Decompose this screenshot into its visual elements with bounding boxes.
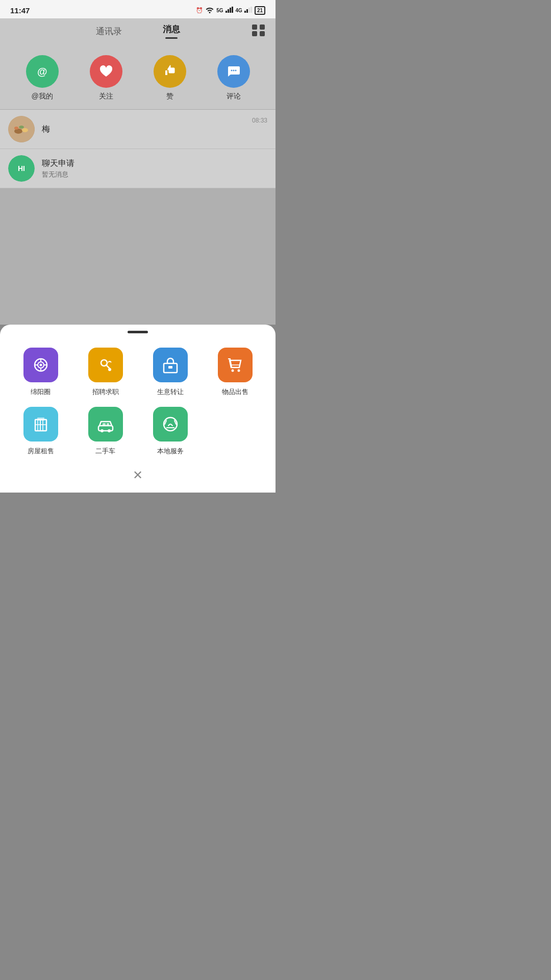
avatar-food-img (8, 116, 35, 142)
icon-business (153, 348, 188, 382)
svg-point-30 (231, 370, 234, 372)
notif-comment-label: 评论 (227, 92, 241, 101)
signal-bars-2 (244, 7, 253, 14)
grid-item-house[interactable]: 房屋租售 (8, 407, 73, 456)
notif-follow[interactable]: + 关注 (90, 55, 122, 101)
svg-point-17 (14, 127, 18, 130)
svg-rect-5 (246, 9, 248, 13)
grid-item-business[interactable]: 生意转让 (138, 348, 203, 397)
label-house: 房屋租售 (28, 447, 54, 456)
bottom-sheet: 绵阳圈 招聘求职 生意转让 (0, 325, 276, 493)
svg-text:+: + (108, 65, 111, 71)
message-list: 梅 08:33 HI 聊天申请 暂无消息 (0, 110, 276, 188)
bottom-sheet-handle[interactable] (128, 331, 148, 333)
icon-goods (218, 348, 253, 382)
svg-rect-6 (248, 8, 250, 13)
battery-icon: 21 (255, 6, 265, 15)
network-4g: 4G (236, 8, 242, 13)
icon-mianyang-circle (23, 348, 58, 382)
icon-house (23, 407, 58, 442)
tab-contacts[interactable]: 通讯录 (96, 26, 122, 41)
label-goods: 物品出售 (222, 387, 248, 397)
svg-rect-7 (251, 7, 252, 13)
grid-item-goods[interactable]: 物品出售 (203, 348, 267, 397)
svg-rect-4 (244, 11, 246, 13)
grid-item-job[interactable]: 招聘求职 (73, 348, 138, 397)
grid-item-local-service[interactable]: 本地服务 (138, 407, 203, 456)
label-mianyang-circle: 绵阳圈 (31, 387, 51, 397)
avatar-mei (8, 116, 35, 142)
message-item-mei[interactable]: 梅 08:33 (0, 110, 276, 149)
avatar-hi-icon: HI (8, 155, 35, 182)
notif-follow-label: 关注 (99, 92, 113, 101)
message-item-chat-request[interactable]: HI 聊天申请 暂无消息 (0, 149, 276, 188)
network-5g: 5G (216, 8, 223, 13)
svg-point-13 (8, 116, 35, 142)
label-business: 生意转让 (157, 387, 184, 397)
svg-rect-37 (37, 418, 44, 421)
status-time: 11:47 (10, 6, 30, 15)
svg-rect-35 (40, 420, 43, 431)
svg-point-40 (108, 429, 111, 432)
icon-local-service (153, 407, 188, 442)
close-icon: ✕ (133, 468, 143, 482)
status-icons: ⏰ 5G 4G 21 (196, 6, 265, 15)
msg-name-chat-request: 聊天申请 (42, 158, 267, 169)
msg-content-chat-request: 聊天申请 暂无消息 (42, 158, 267, 179)
notif-comment[interactable]: 评论 (217, 55, 250, 101)
svg-rect-0 (226, 11, 227, 13)
status-bar: 11:47 ⏰ 5G 4G 21 (0, 0, 276, 18)
msg-time-mei: 08:33 (252, 117, 267, 124)
svg-point-39 (101, 429, 104, 432)
svg-rect-2 (230, 8, 231, 13)
svg-rect-29 (168, 366, 172, 369)
tab-nav: 通讯录 消息 (0, 18, 276, 43)
svg-rect-42 (107, 423, 109, 426)
icon-job (88, 348, 123, 382)
svg-rect-3 (232, 7, 233, 13)
label-local-service: 本地服务 (157, 447, 184, 456)
svg-point-11 (233, 70, 234, 71)
svg-point-31 (237, 370, 240, 372)
svg-point-20 (39, 364, 42, 366)
signal-bars-1 (226, 7, 234, 14)
grid-menu: 绵阳圈 招聘求职 生意转让 (0, 348, 276, 456)
avatar-chat-request: HI (8, 155, 35, 182)
msg-preview-chat-request: 暂无消息 (42, 170, 267, 179)
svg-point-15 (22, 128, 28, 132)
svg-point-12 (235, 70, 236, 71)
label-job: 招聘求职 (92, 387, 119, 397)
notif-like-label: 赞 (166, 92, 173, 101)
grid-item-mianyang-circle[interactable]: 绵阳圈 (8, 348, 73, 397)
notification-row: @ @我的 + 关注 赞 (0, 43, 276, 110)
icon-car (88, 407, 123, 442)
notif-like[interactable]: 赞 (154, 55, 186, 101)
svg-text:@: @ (37, 66, 47, 77)
close-button[interactable]: ✕ (0, 468, 276, 482)
grid-item-car[interactable]: 二手车 (73, 407, 138, 456)
alarm-icon: ⏰ (196, 7, 203, 14)
notif-at-me-icon: @ (26, 55, 59, 88)
notif-at-me[interactable]: @ @我的 (26, 55, 59, 101)
notif-comment-icon (217, 55, 250, 88)
svg-point-10 (231, 70, 232, 71)
svg-rect-41 (103, 423, 106, 426)
app-area: 通讯录 消息 @ @我的 + 关注 (0, 18, 276, 325)
svg-rect-1 (228, 9, 229, 13)
tab-messages[interactable]: 消息 (163, 23, 180, 43)
notif-like-icon (154, 55, 186, 88)
wifi-icon (205, 6, 214, 14)
grid-menu-icon[interactable] (252, 24, 265, 36)
msg-name-mei: 梅 (42, 124, 245, 135)
label-car: 二手车 (95, 447, 115, 456)
svg-rect-33 (35, 420, 46, 431)
svg-rect-38 (98, 426, 113, 431)
notif-follow-icon: + (90, 55, 122, 88)
msg-content-mei: 梅 (42, 124, 245, 135)
notif-at-me-label: @我的 (31, 92, 53, 101)
svg-point-16 (19, 126, 24, 129)
svg-point-27 (108, 368, 111, 371)
